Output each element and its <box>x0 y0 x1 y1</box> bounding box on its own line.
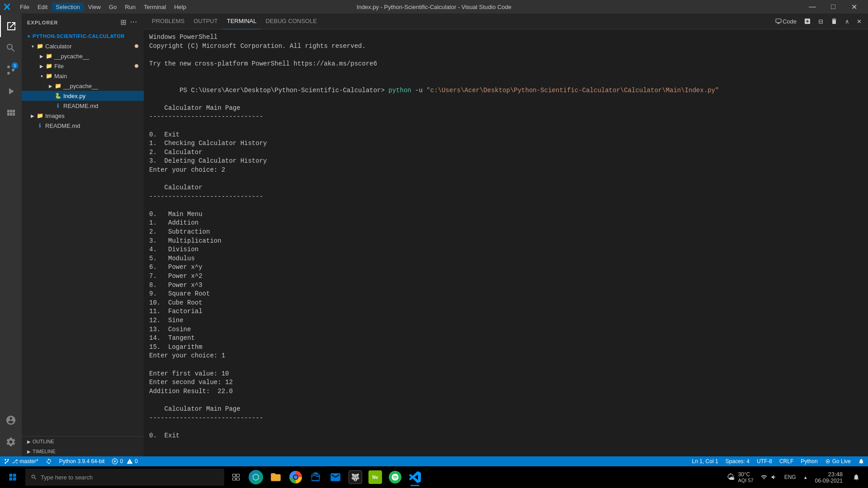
folder-images[interactable]: ▶ 📁 Images <box>22 111 144 121</box>
activity-explorer[interactable] <box>0 15 22 37</box>
maximize-button[interactable]: □ <box>823 0 844 14</box>
tab-problems[interactable]: PROBLEMS <box>147 14 189 29</box>
activity-run-debug[interactable] <box>0 80 22 102</box>
timeline-header[interactable]: ▶ TIMELINE <box>22 446 144 456</box>
file-index-py[interactable]: 🐍 Index.py <box>22 91 144 101</box>
taskbar-clock[interactable]: 23:48 06-09-2021 <box>811 466 846 488</box>
status-eol[interactable]: CRLF <box>776 456 797 466</box>
main-layout: 1 EXPLORER ⊞ ··· ▾ <box>0 14 868 456</box>
file-readme-main[interactable]: ℹ README.md <box>22 101 144 111</box>
taskbar-file-explorer[interactable] <box>266 467 286 487</box>
activity-bar: 1 <box>0 14 22 456</box>
title-bar-left: File Edit Selection View Go Run Terminal… <box>4 3 190 11</box>
clock-time: 23:48 <box>828 471 843 478</box>
output-main-page-2: Calculator Main Page <box>149 405 863 414</box>
sidebar-header: EXPLORER ⊞ ··· <box>22 14 144 31</box>
sidebar: EXPLORER ⊞ ··· ▾ PYTHON-SCIENTIFIC-CALCU… <box>22 14 144 456</box>
taskbar-notification[interactable] <box>846 467 866 487</box>
taskbar-sys-icons[interactable] <box>757 466 781 488</box>
network-icon <box>761 474 767 480</box>
status-notifications[interactable] <box>854 456 868 466</box>
terminal-add-button[interactable] <box>801 17 814 26</box>
output-blank-2 <box>149 175 863 184</box>
task-view-button[interactable] <box>226 467 246 487</box>
minimize-button[interactable]: — <box>802 0 823 14</box>
tab-debug-console[interactable]: DEBUG CONSOLE <box>261 14 321 29</box>
new-file-button[interactable]: ⊞ <box>119 17 127 28</box>
menu-edit[interactable]: Edit <box>34 3 51 11</box>
tab-terminal[interactable]: TERMINAL <box>222 14 261 29</box>
status-python[interactable]: Python 3.9.4 64-bit <box>56 456 108 466</box>
terminal-close-button[interactable]: ✕ <box>854 17 864 26</box>
terminal-content[interactable]: Windows PowerShell Copyright (C) Microso… <box>144 29 868 456</box>
file-readme-root-label: README.md <box>45 122 80 129</box>
taskbar-weather[interactable]: 🌤 30°C AQI 57 <box>723 466 757 488</box>
folder-main[interactable]: ▾ 📁 Main <box>22 71 144 81</box>
command-prompt: PS C:\Users\Acer\Desktop\Python-Scientif… <box>149 77 863 104</box>
taskbar-edge[interactable]: ⬡ <box>246 467 266 487</box>
taskbar-notification-chevron[interactable]: ▲ <box>800 466 811 488</box>
file-readme-main-label: README.md <box>63 103 98 109</box>
taskbar-game[interactable]: 🐺 <box>345 467 365 487</box>
menu-help[interactable]: Help <box>170 3 190 11</box>
output-4: 4. Division <box>149 245 863 254</box>
clock-date: 06-09-2021 <box>815 478 843 484</box>
terminal-tab-bar: PROBLEMS OUTPUT TERMINAL DEBUG CONSOLE C… <box>144 14 868 29</box>
start-button[interactable] <box>2 466 24 488</box>
output-exit-2: 0. Exit <box>149 432 863 441</box>
status-errors[interactable]: 0 0 <box>108 456 141 466</box>
calculator-badge <box>135 44 138 48</box>
close-button[interactable]: ✕ <box>844 0 864 14</box>
menu-run[interactable]: Run <box>121 3 139 11</box>
more-options-button[interactable]: ··· <box>129 17 138 28</box>
taskbar-chrome[interactable] <box>286 467 306 487</box>
terminal-chevron-button[interactable]: ∧ <box>842 17 852 26</box>
taskbar-mail[interactable] <box>326 467 345 487</box>
taskbar-language[interactable]: ENG <box>781 466 800 488</box>
status-language[interactable]: Python <box>797 456 821 466</box>
output-8: 8. Power x^3 <box>149 281 863 290</box>
outline-header[interactable]: ▶ OUTLINE <box>22 436 144 446</box>
status-live[interactable]: Go Live <box>821 456 854 466</box>
menu-view[interactable]: View <box>85 3 104 11</box>
status-branch[interactable]: ⎇ master* <box>0 456 42 466</box>
sidebar-bottom: ▶ OUTLINE ▶ TIMELINE <box>22 436 144 456</box>
menu-file[interactable]: File <box>16 3 33 11</box>
output-1: 1. Addition <box>149 219 863 228</box>
folder-calculator[interactable]: ▾ 📁 Calculator <box>22 41 144 51</box>
powershell-line-4: Try the new cross-platform PowerShell ht… <box>149 60 863 69</box>
status-spaces[interactable]: Spaces: 4 <box>722 456 753 466</box>
terminal-trash-button[interactable] <box>828 17 840 26</box>
file-readme-root[interactable]: ℹ README.md <box>22 121 144 131</box>
folder-pycache-2[interactable]: ▶ 📁 __pycache__ <box>22 81 144 91</box>
status-encoding[interactable]: UTF-8 <box>753 456 776 466</box>
activity-source-control[interactable]: 1 <box>0 59 22 80</box>
error-count: 0 <box>120 458 123 465</box>
menu-terminal[interactable]: Terminal <box>140 3 170 11</box>
menu-bar: File Edit Selection View Go Run Terminal… <box>16 3 190 11</box>
tab-output[interactable]: OUTPUT <box>189 14 222 29</box>
output-separator-1: ------------------------------ <box>149 113 863 122</box>
folder-pycache-1[interactable]: ▶ 📁 __pycache__ <box>22 51 144 61</box>
status-sync[interactable] <box>42 456 56 466</box>
taskbar-store[interactable] <box>306 467 326 487</box>
project-root[interactable]: ▾ PYTHON-SCIENTIFIC-CALCULATOR <box>22 31 144 41</box>
taskbar-vscode[interactable] <box>405 467 425 487</box>
activity-settings[interactable] <box>0 431 22 453</box>
status-ln-col[interactable]: Ln 1, Col 1 <box>689 456 722 466</box>
taskbar-nvidia[interactable]: Nv <box>365 467 385 487</box>
activity-search[interactable] <box>0 37 22 59</box>
taskbar-search[interactable]: Type here to search <box>25 469 224 486</box>
menu-selection[interactable]: Selection <box>52 3 83 11</box>
terminal-split-button[interactable]: ⊟ <box>816 17 826 26</box>
menu-go[interactable]: Go <box>105 3 120 11</box>
activity-extensions[interactable] <box>0 102 22 124</box>
folder-file[interactable]: ▶ 📁 File <box>22 61 144 71</box>
vscode-logo-icon <box>4 3 11 10</box>
status-bar: ⎇ master* Python 3.9.4 64-bit 0 0 Ln 1, … <box>0 456 868 466</box>
output-10: 10. Cube Root <box>149 299 863 308</box>
folder-pycache-1-label: __pycache__ <box>54 53 89 60</box>
taskbar-spotify[interactable] <box>385 467 405 487</box>
activity-account[interactable] <box>0 409 22 431</box>
svg-rect-0 <box>776 19 781 23</box>
